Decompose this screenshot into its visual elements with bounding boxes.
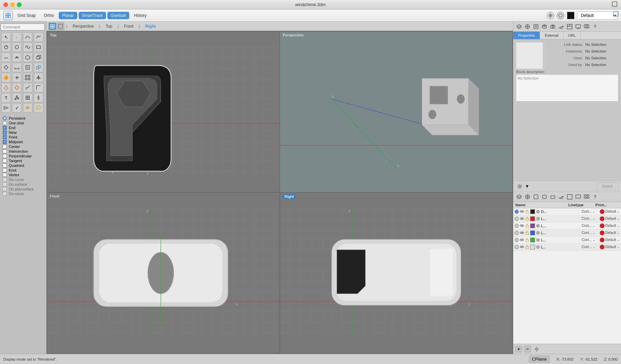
layer-active-dot[interactable]	[515, 238, 519, 242]
rect-tool[interactable]	[34, 42, 43, 52]
rp-circle-icon[interactable]	[524, 23, 531, 30]
curve-tool[interactable]	[23, 32, 32, 42]
lt-props-icon[interactable]	[532, 193, 540, 201]
gumball-button[interactable]: Gumball	[107, 12, 129, 19]
snap-persistent[interactable]: Persistent	[3, 116, 44, 121]
tab-top[interactable]: Top	[102, 23, 115, 29]
layer-print[interactable]: Default ⌄	[605, 231, 620, 235]
layer-name[interactable]: L...	[541, 224, 581, 228]
explode-tool[interactable]	[1, 83, 11, 92]
tab-perspective[interactable]: Perspective	[69, 23, 97, 29]
trim-tool[interactable]	[23, 83, 32, 92]
intersection-checkbox[interactable]	[3, 149, 7, 153]
layer-active-dot[interactable]	[515, 231, 519, 235]
snap-vertex[interactable]: Vertex	[3, 173, 44, 177]
move-tool[interactable]: ✛	[12, 73, 22, 82]
command-input[interactable]	[1, 24, 45, 30]
viewport-top[interactable]: Top	[47, 32, 279, 192]
layer-active-dot[interactable]	[515, 217, 519, 221]
vp-grid-icon[interactable]	[49, 23, 56, 30]
cage-tool[interactable]	[23, 93, 32, 102]
dim-tool[interactable]	[12, 63, 22, 72]
arc-tool[interactable]	[1, 53, 11, 62]
layer-row[interactable]: L... Cont... ⌄ Default ⌄	[513, 244, 621, 251]
layer-linetype[interactable]: Cont... ⌄	[582, 238, 599, 242]
point-tool[interactable]: ·	[12, 32, 22, 42]
boolean-tool[interactable]	[12, 83, 22, 92]
midpoint-checkbox[interactable]	[3, 140, 7, 144]
layer-color-swatch[interactable]	[530, 238, 535, 242]
array-tool[interactable]	[23, 73, 32, 82]
layer-row[interactable]: L... Cont... ⌄ Default ⌄	[513, 237, 621, 244]
viewport-right[interactable]: Right	[280, 193, 512, 353]
rp-render-icon[interactable]	[583, 23, 590, 30]
snap-perpendicular[interactable]: Perpendicular	[3, 154, 44, 158]
snap-onmesh[interactable]: On mesh	[3, 191, 44, 196]
lt-vp-icon[interactable]	[566, 193, 573, 201]
rotate-tool[interactable]	[1, 42, 11, 52]
layer-print[interactable]: Default ⌄	[605, 210, 620, 213]
oncurve-checkbox[interactable]	[3, 178, 7, 182]
viewport-front[interactable]: Front	[47, 193, 279, 353]
rp-viewport-props-icon[interactable]	[566, 23, 573, 30]
text-tool[interactable]: T	[1, 93, 11, 102]
tab-front[interactable]: Front	[120, 23, 137, 29]
record-tool[interactable]	[1, 103, 11, 113]
layer-linetype[interactable]: Cont... ⌄	[582, 217, 599, 220]
lt-camera-icon[interactable]	[549, 193, 557, 201]
snap-center[interactable]: Center	[3, 144, 44, 149]
snap-midpoint[interactable]: Midpoint	[3, 140, 44, 144]
layer-color-swatch[interactable]	[530, 209, 535, 214]
color-swatch[interactable]	[567, 12, 574, 19]
eye-tool[interactable]	[23, 103, 32, 113]
onmesh-checkbox[interactable]	[3, 192, 7, 196]
vp-single-icon[interactable]	[57, 23, 64, 30]
layer-linetype[interactable]: Cont... ⌄	[582, 210, 599, 213]
layer-name[interactable]: L...	[541, 245, 581, 249]
layer-name[interactable]: L...	[541, 238, 581, 242]
tab-url[interactable]: URL	[564, 32, 581, 39]
minimize-button[interactable]	[10, 2, 15, 7]
lt-light-icon[interactable]	[558, 193, 565, 201]
tab-right[interactable]: Right	[142, 23, 159, 29]
persistent-radio[interactable]	[3, 116, 7, 120]
layer-eye-icon[interactable]	[520, 231, 524, 235]
hatch-tool[interactable]	[23, 63, 32, 72]
layer-print[interactable]: Default ⌄	[605, 238, 620, 242]
snap-tangent[interactable]: Tangent	[3, 158, 44, 163]
layer-select[interactable]: Default	[577, 11, 618, 20]
analyze-tool[interactable]	[34, 93, 43, 102]
point-checkbox[interactable]	[3, 135, 7, 139]
knot-checkbox[interactable]	[3, 168, 7, 172]
block-desc-box[interactable]: No Selection	[516, 74, 618, 101]
planar-button[interactable]: Planar	[59, 12, 77, 19]
layer-print[interactable]: Default ⌄	[605, 224, 620, 228]
layer-lock-icon[interactable]	[525, 210, 529, 214]
check-tool[interactable]: ✓	[12, 103, 22, 113]
snap-knot[interactable]: Knot	[3, 168, 44, 173]
rp-3d-icon[interactable]	[541, 23, 548, 30]
near-checkbox[interactable]	[3, 130, 7, 134]
history-button[interactable]: History	[131, 12, 150, 19]
layer-print[interactable]: Default ⌄	[605, 217, 620, 220]
layer-color-swatch[interactable]	[530, 231, 535, 235]
rp-light-icon[interactable]	[558, 23, 565, 30]
layer-eye-icon[interactable]	[520, 223, 524, 228]
layer-lock-icon[interactable]	[525, 231, 529, 235]
smarttrack-button[interactable]: SmartTrack	[79, 12, 106, 19]
layer-row[interactable]: L... Cont... ⌄ Default ⌄	[513, 222, 621, 230]
layer-lock-icon[interactable]	[525, 217, 529, 221]
layer-active-dot[interactable]	[515, 210, 519, 214]
layer-print[interactable]: Default ⌄	[605, 245, 620, 249]
settings-dropdown-icon[interactable]: ▼	[523, 183, 531, 190]
lt-3d-icon[interactable]	[541, 193, 548, 201]
layer-linetype[interactable]: Cont... ⌄	[582, 245, 599, 249]
tab-properties[interactable]: Properties	[513, 32, 540, 39]
cplane-button[interactable]: CPlane	[529, 356, 550, 363]
layer-row[interactable]: L... Cont... ⌄ Default ⌄	[513, 230, 621, 237]
tab-external[interactable]: External	[540, 32, 563, 39]
center-checkbox[interactable]	[3, 145, 7, 149]
layer-color-swatch[interactable]	[530, 245, 535, 249]
vertex-checkbox[interactable]	[3, 173, 7, 177]
layer-active-dot[interactable]	[515, 224, 519, 228]
